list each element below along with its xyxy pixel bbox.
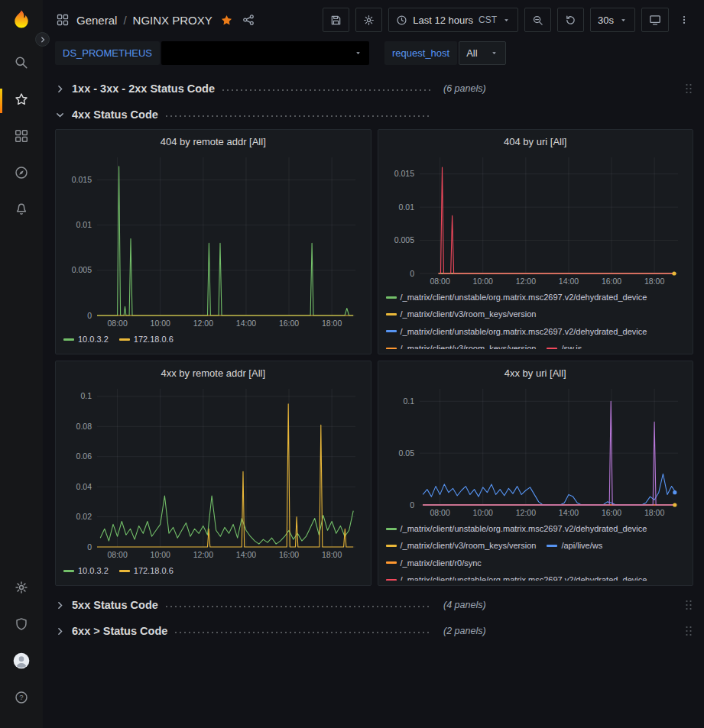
- timeseries-chart[interactable]: 00.0050.010.01508:0010:0012:0014:0016:00…: [386, 151, 686, 289]
- sidebar-item-server-admin[interactable]: [0, 607, 43, 644]
- zoom-out-icon: [532, 15, 543, 26]
- sidebar-item-starred[interactable]: [0, 83, 43, 119]
- chevron-right-icon: [39, 36, 47, 44]
- sidebar-item-dashboards[interactable]: [0, 119, 43, 156]
- chevron-right-icon: [55, 84, 72, 94]
- tv-mode-button[interactable]: [641, 8, 669, 32]
- svg-text:14:00: 14:00: [236, 550, 256, 559]
- legend-item[interactable]: /_matrix/client/unstable/org.matrix.msc2…: [386, 326, 647, 337]
- legend-item[interactable]: /_matrix/client/v3/room_keys/version: [386, 540, 537, 551]
- row-drag-handle-icon[interactable]: [684, 599, 693, 611]
- panel-title[interactable]: 4xx by uri [All]: [386, 364, 686, 383]
- row-header-4xx[interactable]: 4xx Status Code: [55, 103, 693, 126]
- dashboards-icon: [15, 129, 28, 146]
- legend-series-marker: [386, 330, 397, 332]
- avatar: [13, 652, 30, 672]
- clock-icon: [396, 15, 407, 26]
- dashboard-header: General / NGINX PROXY L: [43, 0, 704, 40]
- legend-item[interactable]: /_matrix/client/unstable/org.matrix.msc2…: [386, 574, 647, 581]
- panel-title[interactable]: 404 by remote addr [All]: [63, 133, 363, 151]
- legend-item[interactable]: 172.18.0.6: [119, 334, 174, 345]
- chevron-down-icon: [354, 49, 362, 57]
- legend-item[interactable]: /_matrix/client/r0/sync: [386, 558, 482, 568]
- panel-title[interactable]: 4xx by remote addr [All]: [63, 364, 363, 383]
- sidebar-item-search[interactable]: [0, 46, 43, 83]
- sidebar-item-alerting[interactable]: [0, 193, 43, 229]
- share-dashboard-button[interactable]: [241, 12, 256, 28]
- row-header-5xx[interactable]: 5xx Status Code (4 panels): [55, 594, 693, 616]
- legend-series-label: 172.18.0.6: [134, 334, 174, 345]
- legend-item[interactable]: /_matrix/client/v3/room_keys/version: [386, 309, 537, 319]
- legend-item[interactable]: /_matrix/client/v3/room_keys/version: [386, 343, 537, 349]
- svg-text:0.1: 0.1: [403, 396, 414, 406]
- panel-legend: 10.0.3.2172.18.0.6: [63, 565, 363, 576]
- page-title[interactable]: NGINX PROXY: [133, 14, 212, 27]
- sidebar-item-profile[interactable]: [0, 644, 43, 681]
- grafana-logo-icon[interactable]: [10, 9, 33, 32]
- gear-icon: [363, 15, 375, 26]
- legend-series-label: 10.0.3.2: [78, 565, 109, 576]
- time-range-picker[interactable]: Last 12 hours CST: [388, 8, 518, 32]
- row-title: 6xx > Status Code: [72, 625, 167, 637]
- row-title: 4xx Status Code: [72, 108, 158, 121]
- panel-legend: 10.0.3.2172.18.0.6: [63, 334, 363, 345]
- row-drag-handle-icon[interactable]: [684, 83, 693, 95]
- request-host-select[interactable]: All: [459, 41, 506, 65]
- svg-text:08:00: 08:00: [108, 319, 128, 328]
- refresh-button[interactable]: [557, 8, 584, 32]
- svg-text:0: 0: [410, 269, 414, 278]
- kebab-icon: [679, 14, 689, 26]
- svg-text:10:00: 10:00: [472, 277, 492, 286]
- legend-series-label: /_matrix/client/unstable/org.matrix.msc2…: [401, 574, 647, 581]
- legend-item[interactable]: /_matrix/client/unstable/org.matrix.msc2…: [386, 292, 647, 303]
- svg-text:0.08: 0.08: [76, 422, 92, 431]
- panel-title[interactable]: 404 by uri [All]: [386, 133, 686, 151]
- legend-item[interactable]: /sw.js: [547, 343, 582, 349]
- datasource-select[interactable]: [161, 41, 369, 65]
- row-dotted-leader: [166, 606, 431, 607]
- svg-text:14:00: 14:00: [558, 277, 578, 286]
- svg-text:18:00: 18:00: [644, 277, 664, 286]
- legend-item[interactable]: 172.18.0.6: [119, 565, 174, 576]
- legend-series-label: /_matrix/client/unstable/org.matrix.msc2…: [401, 326, 647, 337]
- svg-text:0: 0: [87, 311, 92, 320]
- svg-text:0.015: 0.015: [394, 169, 414, 178]
- dashboard-settings-button[interactable]: [355, 8, 382, 32]
- legend-series-marker: [119, 570, 130, 572]
- row-title: 5xx Status Code: [72, 599, 158, 611]
- kebab-menu-button[interactable]: [675, 8, 693, 32]
- timeseries-chart[interactable]: 00.0050.010.01508:0010:0012:0014:0016:00…: [63, 151, 363, 331]
- svg-text:0.005: 0.005: [72, 265, 92, 274]
- svg-text:16:00: 16:00: [601, 277, 621, 286]
- sidebar-expand-button[interactable]: [35, 32, 50, 47]
- breadcrumb-folder[interactable]: General: [76, 14, 117, 27]
- request-host-value: All: [466, 47, 477, 59]
- row-drag-handle-icon[interactable]: [684, 625, 693, 637]
- sidebar-item-explore[interactable]: [0, 156, 43, 193]
- svg-text:18:00: 18:00: [322, 550, 342, 559]
- refresh-interval-select[interactable]: 30s: [590, 8, 635, 32]
- legend-series-marker: [386, 313, 397, 315]
- svg-text:18:00: 18:00: [644, 508, 664, 517]
- star-filled-icon: [220, 14, 233, 27]
- chevron-right-icon: [55, 600, 72, 610]
- legend-item[interactable]: 10.0.3.2: [63, 565, 109, 576]
- compass-icon: [15, 166, 28, 183]
- legend-item[interactable]: 10.0.3.2: [63, 334, 109, 345]
- legend-item[interactable]: /_matrix/client/unstable/org.matrix.msc2…: [386, 523, 647, 534]
- timeseries-chart[interactable]: 00.020.040.060.080.108:0010:0012:0014:00…: [63, 383, 363, 562]
- save-dashboard-button[interactable]: [323, 8, 349, 32]
- timeseries-chart[interactable]: 00.050.108:0010:0012:0014:0016:0018:00: [386, 383, 686, 520]
- sidebar-item-help[interactable]: ?: [0, 681, 43, 717]
- legend-series-marker: [119, 338, 130, 341]
- panel-4xx-by-remote-addr: 4xx by remote addr [All] 00.020.040.060.…: [55, 361, 371, 586]
- legend-item[interactable]: /api/live/ws: [547, 540, 602, 551]
- legend-series-label: /_matrix/client/r0/sync: [401, 558, 482, 568]
- row-header-1xx-3xx-2xx[interactable]: 1xx - 3xx - 2xx Status Code (6 panels): [55, 77, 693, 100]
- sidebar-item-configuration[interactable]: [0, 571, 43, 607]
- favorite-star-button[interactable]: [219, 12, 235, 28]
- row-header-6xx[interactable]: 6xx > Status Code (2 panels): [55, 620, 693, 642]
- breadcrumb: General / NGINX PROXY: [55, 12, 256, 28]
- legend-series-marker: [386, 348, 397, 349]
- zoom-out-button[interactable]: [524, 8, 551, 32]
